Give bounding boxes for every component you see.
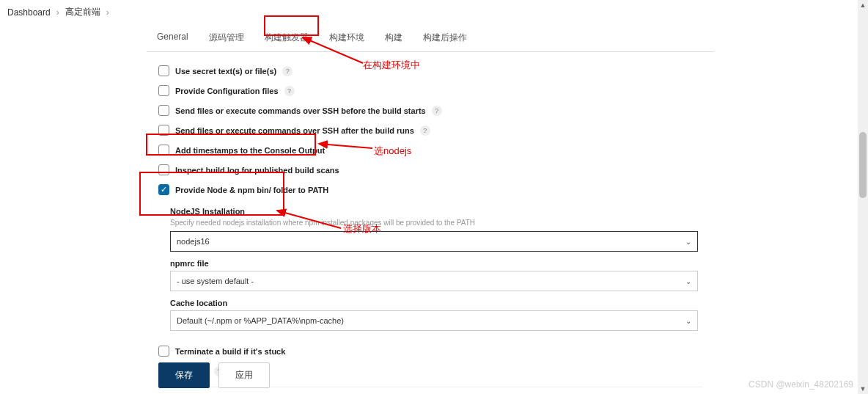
checkbox-ssh-before[interactable] (158, 105, 169, 116)
label-use-secret: Use secret text(s) or file(s) (175, 67, 276, 76)
label-node-path: Provide Node & npm bin/ folder to PATH (175, 186, 328, 194)
label-timestamps: Add timestamps to the Console Output (175, 146, 325, 155)
help-icon[interactable]: ? (284, 86, 295, 96)
scroll-up-icon[interactable]: ▲ (858, 0, 868, 10)
checkbox-ssh-after[interactable] (158, 125, 169, 136)
tab-build-env[interactable]: 构建环境 (319, 24, 375, 51)
label-provide-config: Provide Configuration files (175, 87, 279, 95)
tab-triggers[interactable]: 构建触发器 (254, 24, 319, 51)
label-inspect-log: Inspect build log for published build sc… (175, 166, 339, 175)
label-cache-location: Cache location (170, 299, 714, 307)
checkbox-inspect-log[interactable] (158, 164, 169, 175)
tab-postbuild[interactable]: 构建后操作 (413, 24, 477, 51)
tab-scm[interactable]: 源码管理 (199, 24, 254, 51)
checkbox-use-secret[interactable] (158, 65, 169, 76)
help-icon[interactable]: ? (282, 66, 293, 76)
label-terminate: Terminate a build if it's stuck (175, 347, 285, 356)
apply-button[interactable]: 应用 (218, 362, 270, 388)
label-nodejs-installation: NodeJS Installation (170, 207, 714, 216)
save-button[interactable]: 保存 (158, 362, 210, 388)
breadcrumb: Dashboard › 高定前端 › (0, 0, 868, 24)
chevron-down-icon: ⌄ (685, 277, 691, 285)
select-value: nodejs16 (177, 237, 210, 246)
select-nodejs-installation[interactable]: nodejs16 ⌄ (170, 231, 698, 252)
select-cache-location[interactable]: Default (~/.npm or %APP_DATA%\npm-cache)… (170, 310, 698, 331)
tab-build[interactable]: 构建 (375, 24, 413, 51)
checkbox-provide-config[interactable] (158, 85, 169, 96)
scroll-down-icon[interactable]: ▼ (858, 384, 868, 394)
config-tabs: General 源码管理 构建触发器 构建环境 构建 构建后操作 (147, 24, 714, 52)
breadcrumb-project[interactable]: 高定前端 (65, 6, 100, 18)
help-icon[interactable]: ? (432, 106, 442, 116)
chevron-down-icon: ⌄ (685, 317, 691, 325)
label-ssh-before: Send files or execute commands over SSH … (175, 106, 426, 115)
scrollbar[interactable]: ▲ ▼ (858, 0, 868, 394)
tab-general[interactable]: General (147, 24, 199, 51)
chevron-right-icon: › (56, 7, 59, 18)
chevron-down-icon: ⌄ (685, 238, 691, 246)
select-npmrc-file[interactable]: - use system default - ⌄ (170, 271, 698, 291)
checkbox-timestamps[interactable] (158, 145, 169, 156)
select-value: Default (~/.npm or %APP_DATA%\npm-cache) (177, 316, 344, 325)
label-ssh-after: Send files or execute commands over SSH … (175, 126, 414, 135)
checkbox-node-path[interactable] (158, 184, 169, 195)
checkbox-terminate[interactable] (158, 346, 169, 357)
label-npmrc-file: npmrc file (170, 259, 714, 268)
select-value: - use system default - (177, 277, 254, 285)
help-icon[interactable]: ? (420, 125, 430, 136)
scrollbar-thumb[interactable] (859, 132, 867, 198)
nodejs-config: NodeJS Installation Specify needed nodej… (170, 207, 714, 331)
hint-nodejs-installation: Specify needed nodejs installation where… (170, 219, 714, 227)
breadcrumb-dashboard[interactable]: Dashboard (7, 7, 51, 18)
chevron-right-icon: › (106, 7, 109, 18)
